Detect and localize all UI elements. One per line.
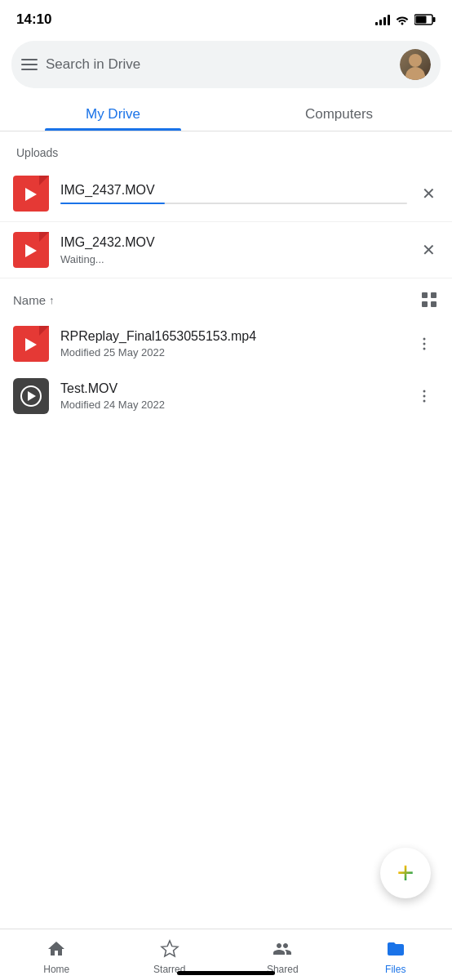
upload-status-2: Waiting... xyxy=(60,253,407,265)
sort-bar: Name ↑ xyxy=(0,278,452,318)
tabs: My Drive Computers xyxy=(0,96,452,131)
video-file-icon-2 xyxy=(13,232,49,268)
file-info-2: Test.MOV Modified 24 May 2022 xyxy=(60,381,398,411)
sort-name-button[interactable]: Name ↑ xyxy=(13,293,55,307)
file-item-1[interactable]: RPReplay_Final1653055153.mp4 Modified 25… xyxy=(0,318,452,370)
signal-icon xyxy=(375,14,390,25)
svg-point-7 xyxy=(423,338,426,341)
status-icons xyxy=(375,14,436,25)
tab-computers[interactable]: Computers xyxy=(226,96,452,131)
video-file-icon xyxy=(13,176,49,212)
play-circle-icon xyxy=(20,385,42,407)
file-name-2: Test.MOV xyxy=(60,381,398,396)
nav-item-home[interactable]: Home xyxy=(0,929,113,980)
upload-cancel-1[interactable]: ✕ xyxy=(419,180,439,207)
shared-icon xyxy=(271,938,294,960)
file-more-button-2[interactable] xyxy=(410,385,439,408)
fab-add-button[interactable]: + xyxy=(380,848,431,898)
sort-label-text: Name xyxy=(13,293,46,307)
upload-progress-bar-1 xyxy=(60,203,407,204)
file-item-2[interactable]: Test.MOV Modified 24 May 2022 xyxy=(0,370,452,422)
home-icon xyxy=(45,938,68,960)
tab-my-drive[interactable]: My Drive xyxy=(0,96,226,131)
file-more-button-1[interactable] xyxy=(410,332,439,355)
video-file-icon-3 xyxy=(13,326,49,362)
files-icon xyxy=(384,938,407,960)
wifi-icon xyxy=(395,14,410,25)
nav-item-files[interactable]: Files xyxy=(339,929,453,980)
upload-info-1: IMG_2437.MOV xyxy=(60,183,407,204)
star-icon xyxy=(158,938,181,960)
avatar[interactable] xyxy=(400,49,431,80)
svg-rect-3 xyxy=(422,292,428,298)
svg-point-8 xyxy=(423,343,426,345)
home-indicator xyxy=(177,971,275,975)
svg-point-11 xyxy=(423,395,426,398)
upload-filename-1: IMG_2437.MOV xyxy=(60,183,407,198)
uploads-section-label: Uploads xyxy=(0,131,452,166)
upload-cancel-2[interactable]: ✕ xyxy=(419,237,439,263)
upload-item-1: IMG_2437.MOV ✕ xyxy=(0,166,452,222)
hamburger-icon[interactable] xyxy=(21,59,38,70)
upload-item-2: IMG_2432.MOV Waiting... ✕ xyxy=(0,222,452,278)
file-name-1: RPReplay_Final1653055153.mp4 xyxy=(60,329,398,344)
search-placeholder: Search in Drive xyxy=(46,56,392,73)
upload-info-2: IMG_2432.MOV Waiting... xyxy=(60,235,407,265)
battery-icon xyxy=(414,14,436,25)
mov-file-icon xyxy=(13,378,49,414)
svg-rect-5 xyxy=(422,301,428,307)
search-bar[interactable]: Search in Drive xyxy=(11,41,441,88)
svg-point-10 xyxy=(423,390,426,393)
svg-point-9 xyxy=(423,348,426,350)
svg-point-12 xyxy=(423,400,426,403)
fab-plus-icon: + xyxy=(397,858,414,888)
svg-rect-4 xyxy=(431,292,436,298)
file-meta-1: Modified 25 May 2022 xyxy=(60,346,398,359)
status-time: 14:10 xyxy=(16,11,51,28)
nav-label-home: Home xyxy=(43,964,69,975)
sort-arrow-icon: ↑ xyxy=(49,294,55,306)
nav-label-files: Files xyxy=(385,964,405,975)
status-bar: 14:10 xyxy=(0,0,452,34)
grid-view-button[interactable] xyxy=(419,290,439,310)
svg-rect-1 xyxy=(433,17,436,22)
file-meta-2: Modified 24 May 2022 xyxy=(60,399,398,411)
file-info-1: RPReplay_Final1653055153.mp4 Modified 25… xyxy=(60,329,398,359)
upload-filename-2: IMG_2432.MOV xyxy=(60,235,407,250)
svg-rect-2 xyxy=(416,16,427,24)
svg-rect-6 xyxy=(431,301,436,307)
